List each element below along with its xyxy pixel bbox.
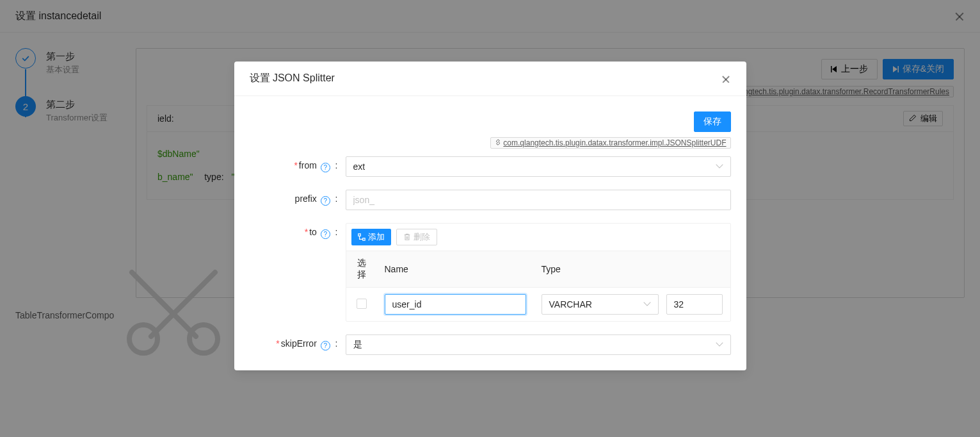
from-select[interactable]: ext (346, 156, 731, 177)
row-checkbox[interactable] (357, 299, 367, 309)
to-label: *to ? : (250, 223, 346, 239)
prefix-input[interactable] (346, 190, 731, 210)
close-icon[interactable] (721, 74, 731, 84)
svg-rect-3 (362, 238, 364, 240)
name-input[interactable] (385, 294, 526, 315)
from-label: *from ? : (250, 156, 346, 172)
modal-title: 设置 JSON Splitter (250, 72, 335, 85)
subnode-icon (358, 233, 365, 241)
add-button[interactable]: 添加 (351, 229, 391, 245)
table-row: VARCHAR (346, 288, 730, 322)
chevron-down-icon (645, 301, 651, 308)
help-icon[interactable]: ? (321, 341, 330, 350)
svg-rect-2 (358, 234, 360, 236)
type-select[interactable]: VARCHAR (542, 294, 659, 315)
skiperror-select[interactable]: 是 (346, 334, 731, 355)
class-link[interactable]: com.qlangtech.tis.plugin.datax.transform… (490, 137, 730, 149)
col-select: 选择 (346, 251, 377, 288)
link-icon (495, 138, 501, 147)
help-icon[interactable]: ? (321, 196, 330, 206)
chevron-down-icon (717, 342, 723, 348)
help-icon[interactable]: ? (321, 229, 330, 239)
json-splitter-modal: 设置 JSON Splitter 保存 com.qlangtech.tis.pl… (234, 62, 746, 370)
help-icon[interactable]: ? (321, 163, 330, 172)
size-input[interactable] (666, 294, 723, 315)
to-table: 选择 Name Type (346, 251, 730, 321)
chevron-down-icon (717, 163, 723, 170)
skiperror-label: *skipError ? : (250, 334, 346, 350)
trash-icon (403, 233, 411, 241)
save-button[interactable]: 保存 (694, 111, 731, 132)
col-type: Type (534, 251, 730, 288)
delete-button[interactable]: 删除 (396, 229, 437, 245)
prefix-label: prefix ? : (250, 190, 346, 206)
col-name: Name (377, 251, 534, 288)
